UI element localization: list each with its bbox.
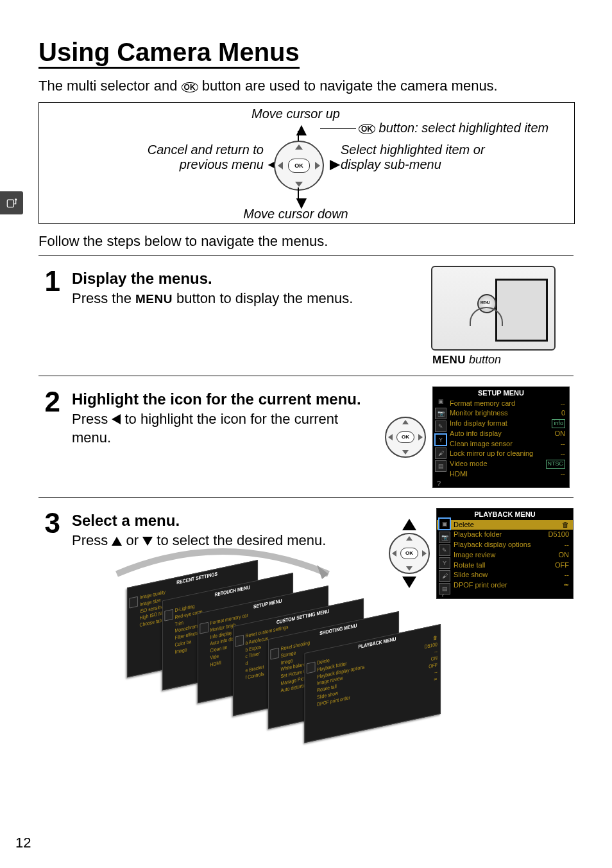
pb-recent-icon: ▤ [439,583,450,595]
sb-cam-icon: 📷 [435,408,446,419]
setup-menu-row: Monitor brightness0 [433,408,569,419]
diag-select-l2: display sub-menu [341,157,441,171]
ok-pill: OK [288,159,310,173]
ok-icon-inline: OK [182,82,198,92]
diag-cancel-l2: previous menu [180,157,264,171]
playback-menu-row: Delete🗑 [437,520,573,530]
multi-selector-graphic: OK [274,141,321,188]
ok-icon-diagram: OK [359,124,375,134]
indicator-down-icon [402,577,416,588]
intro-text: The multi selector and OK button are use… [38,76,574,96]
svg-point-1 [15,198,17,200]
step-3: 3 Select a menu. Press or to select the … [38,503,574,725]
sb-recent-icon: ▤ [435,460,446,472]
step-1-text: Press the MENU button to display the men… [72,289,354,308]
playback-menu-row: Playback folderD5100 [437,530,573,540]
ok-pill-mini-3: OK [400,548,418,559]
step-3-num: 3 [38,508,60,537]
pb-cam-icon: 📷 [439,532,450,543]
step-1-post: button to display the menus. [173,290,353,306]
diag-move-down: Move cursor down [232,207,360,221]
setup-menu-row: Auto info displayON [433,429,569,439]
setup-menu-row: Clean image sensor-- [433,439,569,449]
playback-menu-row: Playback display options-- [437,540,573,550]
intro-pre: The multi selector and [38,78,182,94]
playback-menu-screen: ▣ 📷 ✎ Y 🖌 ▤ PLAYBACK MENU Delete🗑Playbac… [436,508,574,599]
setup-menu-row: Info display formatinfo [433,419,569,429]
menu-word-1: MENU [135,292,173,306]
playback-menu-row: DPOF print order≃ [437,580,573,591]
step-1-pre: Press the [72,290,135,306]
help-icon: ? [433,480,569,487]
diag-ok-button: OK button: select highlighted item [359,121,570,135]
pb-retouch-icon: 🖌 [439,570,450,582]
playback-menu-row: Slide show-- [437,570,573,580]
selector-diagram: Move cursor up ▲ Cancel and return to pr… [38,102,575,224]
step-2-graphics: OK ▣ 📷 ✎ Y 🖌 ▤ SETUP MENU Format memory … [385,386,570,488]
setup-menu-screen: ▣ 📷 ✎ Y 🖌 ▤ SETUP MENU Format memory car… [432,386,570,488]
intro-post: button are used to navigate the camera m… [198,78,498,94]
step-3-graphics: OK ▣ 📷 ✎ Y 🖌 ▤ PLAYBACK MENU Delete [389,508,574,599]
svg-rect-0 [7,200,13,207]
menu-button-caption: MENU button [432,353,554,367]
caption-menu-word: MENU [432,354,466,366]
ok-pill-mini-2: OK [396,431,414,443]
diag-cancel-l1: Cancel and return to [148,143,264,157]
setup-menu-header: SETUP MENU [433,387,569,399]
sb-play-icon: ▣ [436,396,446,406]
camera-illustration [431,266,556,351]
playback-menu-header: PLAYBACK MENU [437,508,573,520]
step-1-num: 1 [38,266,60,367]
help-icon-2: ? [437,591,573,598]
arrow-up-icon: ▲ [293,121,310,139]
step-2-title: Highlight the icon for the current menu. [72,390,370,408]
page-number: 12 [15,835,31,851]
setup-menu-row: Format memory card-- [433,399,569,409]
playback-menu-row: Rotate tallOFF [437,560,573,571]
diag-select: Select highlighted item or display sub-m… [341,143,520,172]
diag-ok-text: button: select highlighted item [375,121,548,135]
diag-select-l1: Select highlighted item or [341,143,485,157]
pb-play-icon: ▣ [438,517,451,530]
pb-wrench-icon: Y [439,557,450,569]
follow-text: Follow the steps below to navigate the m… [38,233,574,250]
mini-selector-3: OK [389,533,430,574]
separator-2 [38,376,574,376]
page-title: Using Camera Menus [38,39,300,69]
step-3-title: Select a menu. [72,512,373,530]
mini-selector-2: OK [385,417,426,458]
step-1-title: Display the menus. [72,270,402,288]
setup-menu-row: Video modeNTSC [433,459,569,469]
sb-wrench-icon: Y [434,433,447,446]
side-tab-icon [0,191,23,214]
setup-menu-row: Lock mirror up for cleaning-- [433,449,569,459]
caption-rest: button [466,353,501,366]
step-2-text: Press to highlight the icon for the curr… [72,410,354,447]
playback-menu-row: Image reviewON [437,550,573,560]
triangle-left-icon [112,414,121,424]
menu-stack-illustration: RECENT SETTINGSImage qualityImage sizeIS… [104,553,373,720]
setup-menu-row: HDMI-- [433,469,569,480]
sb-pencil-icon: ✎ [435,421,446,432]
diag-cancel: Cancel and return to previous menu [97,143,264,172]
step-2: 2 Highlight the icon for the current men… [38,381,574,492]
step-1: 1 Display the menus. Press the MENU butt… [38,261,574,370]
pb-pencil-icon: ✎ [439,544,450,556]
step-2-num: 2 [38,386,60,416]
sb-retouch-icon: 🖌 [435,447,446,459]
indicator-up-icon [402,519,416,530]
separator-3 [38,497,574,498]
separator-1 [38,255,574,256]
